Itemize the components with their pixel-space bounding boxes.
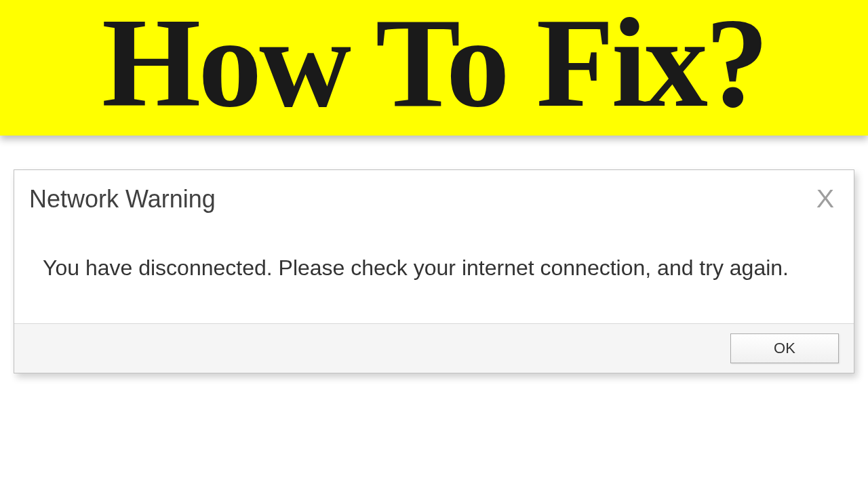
dialog-message: You have disconnected. Please check your… [43,254,825,283]
dialog-container: Network Warning X You have disconnected.… [0,136,868,373]
dialog-title: Network Warning [29,185,216,214]
dialog-footer: OK [14,323,854,373]
network-warning-dialog: Network Warning X You have disconnected.… [14,169,854,373]
close-icon[interactable]: X [810,185,840,214]
dialog-body: You have disconnected. Please check your… [29,214,839,323]
dialog-header: Network Warning X [29,185,839,214]
ok-button[interactable]: OK [730,333,839,363]
banner-text: How To Fix? [102,0,766,127]
title-banner: How To Fix? [0,0,868,136]
